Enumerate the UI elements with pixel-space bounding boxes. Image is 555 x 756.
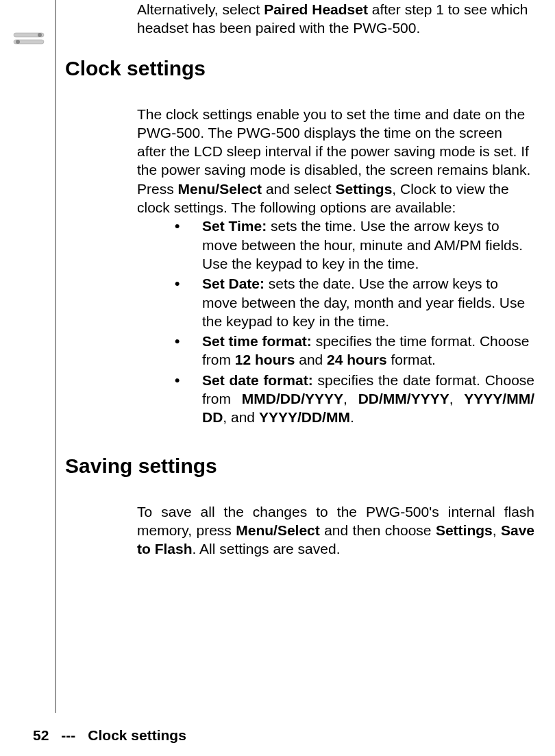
list-item: • Set time format: specifies the time fo… xyxy=(175,332,534,369)
bold-24-hours: 24 hours xyxy=(327,352,387,367)
page-footer: 52---Clock settings xyxy=(33,727,186,744)
switch-icon xyxy=(12,32,45,45)
text: , xyxy=(343,391,358,406)
bold-menu-select: Menu/Select xyxy=(236,522,320,538)
text: Alternatively, select xyxy=(137,1,264,17)
bullet-icon: • xyxy=(175,371,180,389)
page-number: 52 xyxy=(33,727,49,743)
text: , xyxy=(493,522,501,538)
text: . All settings are saved. xyxy=(193,541,341,557)
option-label: Set date format: xyxy=(202,372,313,388)
text: , and xyxy=(223,409,259,425)
option-label: Set Date: xyxy=(202,276,264,291)
text: , xyxy=(449,391,465,406)
bullet-icon: • xyxy=(175,332,180,350)
svg-point-2 xyxy=(38,33,42,37)
heading-saving-settings: Saving settings xyxy=(65,454,534,478)
option-label: Set time format: xyxy=(202,333,312,349)
bullet-icon: • xyxy=(175,217,180,235)
intro-paragraph: Alternatively, select Paired Headset aft… xyxy=(137,0,534,38)
bullet-icon: • xyxy=(175,274,180,293)
text: and xyxy=(295,352,327,367)
page-content: Alternatively, select Paired Headset aft… xyxy=(65,0,534,713)
bold-settings: Set­tings xyxy=(335,181,392,197)
svg-point-3 xyxy=(16,40,20,44)
option-label: Set Time: xyxy=(202,218,267,234)
bold-paired-headset: Paired Headset xyxy=(264,1,368,17)
saving-paragraph: To save all the changes to the PWG-500's… xyxy=(137,502,534,559)
vertical-divider xyxy=(55,0,56,713)
text: . xyxy=(350,409,354,425)
text: format. xyxy=(387,352,436,367)
list-item: • Set Time: sets the time. Use the arrow… xyxy=(175,217,534,273)
text: and then choose xyxy=(320,522,436,538)
footer-separator: --- xyxy=(61,727,75,743)
heading-clock-settings: Clock settings xyxy=(65,57,534,80)
bold-ddmmyyyy: DD/MM/YYYY xyxy=(358,391,449,406)
bold-mmddyyyy: MMD/DD/YYYY xyxy=(242,391,343,406)
bold-yyyyddmm: YYYY/DD/MM xyxy=(259,409,350,425)
list-item: • Set Date: sets the date. Use the arrow… xyxy=(175,274,534,330)
text: and select xyxy=(262,181,335,197)
list-item: • Set date format: specifies the date fo… xyxy=(175,371,534,427)
clock-options-list: • Set Time: sets the time. Use the arrow… xyxy=(175,217,534,426)
bold-settings: Settings xyxy=(436,522,493,538)
bold-12-hours: 12 hours xyxy=(235,352,295,367)
footer-title: Clock settings xyxy=(88,727,186,743)
clock-paragraph: The clock settings enable you to set the… xyxy=(137,105,534,217)
bold-menu-select: Menu/Select xyxy=(178,181,262,197)
